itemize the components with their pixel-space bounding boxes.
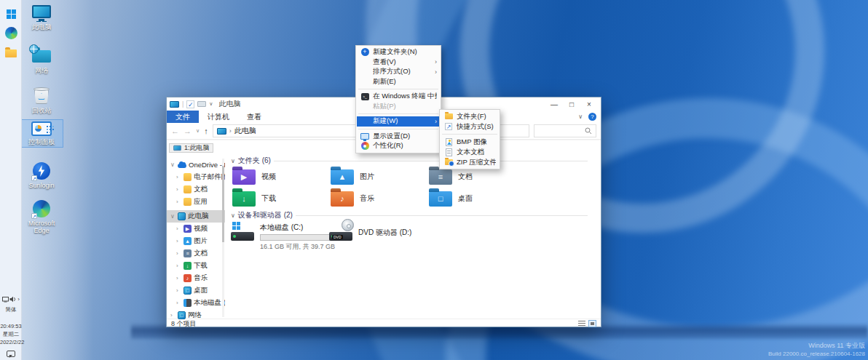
chevron-collapsed-icon[interactable]: ›	[176, 275, 181, 281]
close-button[interactable]: ×	[580, 98, 598, 110]
folder-tile-downloads[interactable]: ↓下载	[231, 188, 326, 209]
folder-tile-pictures[interactable]: ▲图片	[329, 167, 424, 187]
tree-item-local-disk-c[interactable]: ›本地磁盘 (C:)	[167, 297, 225, 309]
desktop-icon-label: 此电脑	[32, 23, 52, 31]
desktop-icon-network[interactable]: 网络	[20, 44, 63, 76]
submenu-item-zip-file[interactable]: ZIP 压缩文件	[441, 157, 499, 167]
menu-item-sort-by[interactable]: 排序方式(O)›	[357, 67, 440, 77]
desktop-icon-edge[interactable]: ↗ Microsoft Edge	[20, 198, 63, 236]
tree-item-email-attachments[interactable]: ›电子邮件附件	[167, 171, 225, 183]
breadcrumb[interactable]: 此电脑	[234, 126, 256, 136]
properties-check-icon[interactable]: ✓	[186, 100, 194, 108]
sidebar-scrollbar[interactable]	[222, 159, 224, 317]
drive-tile-local-disk-c[interactable]: 本地磁盘 (C:) 16.1 GB 可用, 共 39.7 GB	[231, 222, 335, 252]
menu-item-open-in-terminal[interactable]: >_在 Windows 终端 中打开	[357, 92, 440, 102]
tree-item-documents-pc[interactable]: ›≡文档	[167, 247, 225, 260]
tree-item-music[interactable]: ›♪音乐	[167, 272, 225, 284]
menu-item-view[interactable]: 查看(V)›	[357, 57, 440, 68]
tree-item-network[interactable]: ›□网络	[167, 309, 225, 319]
submenu-item-folder[interactable]: 文件夹(F)	[441, 111, 499, 121]
desktop-icon-this-pc[interactable]: 此电脑	[20, 3, 63, 33]
section-header-devices[interactable]: ∨ 设备和驱动器 (2)	[231, 210, 588, 220]
tree-item-desktop[interactable]: ›□桌面	[167, 284, 225, 297]
computer-icon	[170, 101, 179, 108]
taskbar-item-edge[interactable]	[0, 23, 22, 42]
tree-item-onedrive[interactable]: ∨OneDrive - Pers	[167, 159, 225, 171]
file-list-pane[interactable]: ∨ 文件夹 (6) ▶视频 ▲图片 ≡文档 ↓下载 ♪音乐 □桌面 ∨ 设备和驱…	[225, 140, 601, 319]
search-input[interactable]	[534, 124, 596, 137]
menu-item-new-folder[interactable]: +新建文件夹(N)	[357, 47, 440, 57]
chevron-collapsed-icon[interactable]: ›	[176, 300, 181, 306]
chevron-collapsed-icon[interactable]: ›	[176, 174, 181, 180]
chevron-collapsed-icon[interactable]: ›	[176, 287, 181, 294]
menu-item-display-settings[interactable]: 显示设置(D)	[357, 132, 440, 142]
tree-item-apps[interactable]: ›应用	[167, 196, 225, 208]
ribbon-collapse-icon[interactable]: ∨	[578, 113, 583, 120]
submenu-item-shortcut[interactable]: ↗快捷方式(S)	[441, 121, 499, 132]
ime-indicator[interactable]: 简体	[0, 305, 22, 313]
chevron-collapsed-icon[interactable]: ›	[176, 250, 181, 257]
section-header-folders[interactable]: ∨ 文件夹 (6)	[231, 156, 588, 166]
tab-computer[interactable]: 计算机	[199, 111, 238, 123]
chevron-collapsed-icon[interactable]: ›	[176, 186, 181, 193]
personalize-icon	[361, 142, 369, 150]
recent-locations-dropdown-icon[interactable]: ∨	[196, 128, 200, 134]
desktop-icon-sunlogin[interactable]: ↗ Sunlogin	[20, 160, 63, 191]
maximize-button[interactable]: □	[563, 98, 580, 110]
qat-dropdown-icon[interactable]: ∨	[209, 101, 213, 107]
help-icon[interactable]: ?	[588, 113, 596, 121]
chevron-expanded-icon[interactable]: ∨	[170, 161, 175, 168]
start-button[interactable]	[0, 4, 22, 23]
taskbar-item-file-explorer[interactable]	[0, 42, 22, 61]
navigation-pane-tab: 1:此电脑	[169, 143, 213, 153]
divider: |	[182, 100, 184, 108]
icons-view-button[interactable]	[588, 320, 596, 327]
folder-tile-desktop[interactable]: □桌面	[427, 188, 522, 209]
submenu-item-text-document[interactable]: 文本文档	[441, 147, 499, 157]
tab-view[interactable]: 查看	[238, 111, 270, 123]
drive-tile-dvd[interactable]: DVD DVD 驱动器 (D:)	[329, 222, 411, 242]
tray-expand-icon[interactable]: ›	[17, 296, 20, 303]
videos-folder-icon: ▶	[232, 169, 256, 185]
tree-item-this-pc[interactable]: ∨此电脑	[167, 210, 225, 223]
notification-center-icon[interactable]	[7, 351, 15, 357]
chevron-collapsed-icon[interactable]: ›	[176, 225, 181, 232]
menu-item-personalize[interactable]: 个性化(R)	[357, 141, 440, 151]
scrollbar-thumb[interactable]	[222, 166, 224, 242]
details-view-button[interactable]	[578, 321, 585, 327]
tree-item-pictures[interactable]: ›▲图片	[167, 235, 225, 247]
section-collapse-icon[interactable]: ∨	[231, 158, 235, 164]
desktop-icon-label: 控制面板	[28, 138, 55, 145]
folder-tile-documents[interactable]: ≡文档	[427, 167, 522, 187]
status-bar: 8 个项目	[167, 319, 601, 328]
menu-item-paste[interactable]: 粘贴(P)	[357, 102, 440, 112]
folder-tile-music[interactable]: ♪音乐	[329, 188, 424, 209]
up-button[interactable]: ↑	[204, 127, 208, 135]
desktop-icon-control-panel[interactable]: 控制面板	[20, 119, 63, 148]
clock-time[interactable]: 20:49:53	[0, 322, 22, 330]
menu-item-new[interactable]: 新建(W)›	[357, 116, 440, 127]
folder-tile-videos[interactable]: ▶视频	[231, 167, 326, 187]
clock-date[interactable]: 2022/2/22	[0, 338, 22, 346]
tree-item-documents[interactable]: ›文档	[167, 183, 225, 196]
speaker-icon[interactable]	[9, 296, 17, 303]
section-collapse-icon[interactable]: ∨	[231, 212, 235, 219]
chevron-collapsed-icon[interactable]: ›	[170, 312, 175, 319]
chevron-collapsed-icon[interactable]: ›	[176, 199, 181, 205]
tree-item-videos[interactable]: ›▶视频	[167, 223, 225, 235]
quick-access-toolbar: | ✓ ∨	[170, 100, 213, 108]
chevron-collapsed-icon[interactable]: ›	[176, 263, 181, 269]
forward-button[interactable]: →	[184, 127, 192, 135]
device-icon[interactable]	[2, 297, 9, 303]
chevron-expanded-icon[interactable]: ∨	[170, 213, 175, 220]
back-button[interactable]: ←	[171, 127, 179, 135]
tree-item-downloads[interactable]: ›↓下载	[167, 260, 225, 272]
new-folder-icon[interactable]	[197, 101, 206, 107]
minimize-button[interactable]: —	[545, 98, 563, 110]
tab-file[interactable]: 文件	[167, 111, 199, 123]
menu-item-refresh[interactable]: 刷新(E)	[357, 77, 440, 87]
desktop-icon-recycle-bin[interactable]: 回收站	[20, 84, 63, 116]
chevron-collapsed-icon[interactable]: ›	[176, 238, 181, 244]
submenu-item-bmp-image[interactable]: BMP 图像	[441, 137, 499, 147]
control-panel-icon	[31, 121, 52, 136]
